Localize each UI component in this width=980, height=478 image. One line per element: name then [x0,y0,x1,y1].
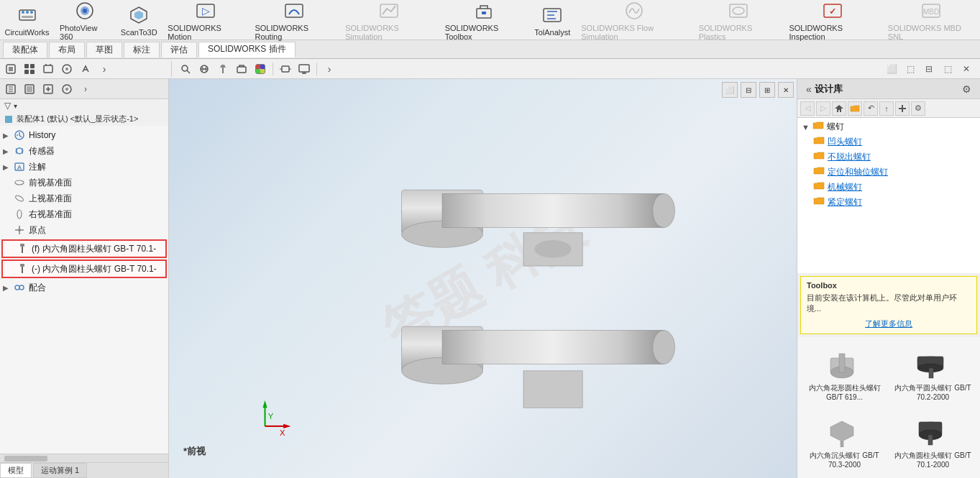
design-tree-fastening[interactable]: 紧定螺钉 [797,195,980,210]
svg-point-84 [19,285,24,290]
toolbar-sw-inspection[interactable]: ✓ SOLIDWORKS Inspection [789,0,876,41]
collapse-icon[interactable]: « [803,83,815,95]
nav-refresh[interactable]: ↶ [864,101,878,116]
design-tree-retaining[interactable]: 不脱出螺钉 [797,150,980,165]
tree-item-mating[interactable]: ▶ 配合 [0,280,168,295]
rp-settings-icon[interactable]: ⚙ [958,81,974,97]
tab-plugins-label: SOLIDWORKS 插件 [208,43,286,55]
nav-add[interactable] [895,101,910,116]
tree-item-top-plane[interactable]: 上视基准面 [0,190,168,206]
design-tree-mechanical-label: 机械螺钉 [828,181,862,193]
toolbar-tolanalyst[interactable]: TolAnalyst [535,4,569,37]
nav-forward[interactable]: ▷ [816,101,830,116]
tool-view2[interactable] [234,61,249,77]
nav-home[interactable] [832,101,846,116]
tree-item-bolt1[interactable]: (f) 内六角圆柱头螺钉 GB-T 70.1- [1,239,167,258]
svg-marker-44 [220,65,226,68]
toolbar-scanto3d[interactable]: ScanTo3D [122,4,156,37]
tool-color[interactable] [252,61,268,77]
tree-item-front-plane[interactable]: 前视基准面 [0,175,168,190]
canvas-ctrl-1[interactable]: ⬜ [722,82,738,98]
canvas-ctrl-3[interactable]: ⊞ [759,82,775,98]
nav-up[interactable]: ↑ [879,101,894,116]
tool-more-right[interactable]: › [321,61,337,77]
toolbox-message: 目前安装在该计算机上。尽管此对单用户环境... [807,293,971,314]
tool-monitor[interactable] [296,61,312,77]
tree-item-right-plane[interactable]: 右视基准面 [0,206,168,222]
canvas-ctrl-close[interactable]: ✕ [778,82,794,98]
tab-markup[interactable]: 标注 [124,42,160,58]
toolbar-sw-mbd[interactable]: MBD SOLIDWORKS MBD SNL [888,0,974,41]
tree-item-sensor[interactable]: ▶ 传感器 [0,143,168,159]
scroll-bar-horizontal[interactable] [0,454,168,462]
toolbox-learn-more[interactable]: 了解更多信息 [865,319,912,328]
tab-plugins[interactable]: SOLIDWORKS 插件 [198,42,296,58]
design-tree-root[interactable]: ▼ 螺钉 [797,119,980,134]
lp-icon-3[interactable] [40,81,56,97]
svg-rect-62 [27,86,32,92]
part-hex-cylinder[interactable]: 内六角圆柱头螺钉 GB/T 70.1-2000 [892,410,974,472]
tree-item-history[interactable]: ▶ History [0,127,168,143]
nav-back[interactable]: ◁ [800,101,815,116]
toolbar-sw-flow[interactable]: SOLIDWORKS Flow Simulation [581,0,687,41]
tree-item-annotation[interactable]: ▶ A 注解 [0,159,168,175]
tab-layout[interactable]: 布局 [49,42,85,58]
tab-evaluate[interactable]: 评估 [161,42,197,58]
part-hex-countersunk[interactable]: 内六角沉头螺钉 GB/T 70.3-2000 [803,410,886,472]
design-tree-positioning[interactable]: 定位和轴位螺钉 [797,165,980,180]
tool-left-4[interactable] [59,61,75,77]
tab-bar: 装配体 布局 草图 标注 评估 SOLIDWORKS 插件 [0,40,980,59]
tree-item-bolt2[interactable]: (-) 内六角圆柱头螺钉 GB-T 70.1- [1,259,167,278]
tool-left-1[interactable] [3,61,19,77]
svg-rect-68 [5,116,12,123]
tool-grid4[interactable]: ⬚ [940,61,956,77]
lp-icon-1[interactable] [3,81,19,97]
tool-grid3[interactable]: ⊟ [921,61,937,77]
tab-assemble[interactable]: 装配体 [3,42,47,58]
toolbar-sw-simulation[interactable]: SOLIDWORKS Simulation [345,0,434,41]
svg-text:X: X [280,428,285,437]
tool-left-3[interactable] [40,61,56,77]
toolbar-sw-routing[interactable]: SOLIDWORKS Routing [255,0,334,41]
lp-icon-2[interactable] [22,81,37,97]
filter-icon[interactable]: ▽ [4,101,11,111]
part-hex-flower-image [823,346,866,382]
toolbar-sw-toolbox[interactable]: SOLIDWORKS Toolbox [445,0,524,41]
toolbar-circuit-works[interactable]: CircuitWorks [6,4,48,37]
tool-grid1[interactable]: ⬜ [884,61,899,77]
tool-pin[interactable] [215,61,231,77]
assembly-label: 装配体1 (默认) <默认_显示状态-1> [0,112,168,126]
filter-sub-icon[interactable]: ▾ [14,102,17,110]
tree-item-origin[interactable]: 原点 [0,222,168,238]
tool-search[interactable] [178,61,193,77]
tab-sketch[interactable]: 草图 [86,42,122,58]
tool-grid2[interactable]: ⬚ [902,61,918,77]
scroll-thumb[interactable] [4,456,47,461]
canvas-ctrl-2[interactable]: ⊟ [741,82,756,98]
tool-view[interactable] [196,61,212,77]
tool-left-5[interactable] [78,61,93,77]
design-tree-mechanical[interactable]: 机械螺钉 [797,180,980,195]
toolbar-circuit-works-label: CircuitWorks [4,28,49,37]
toolbar-photoview[interactable]: PhotoView 360 [60,0,110,41]
part-hex-flower[interactable]: 内六角花形圆柱头螺钉 GB/T 619... [803,343,886,405]
tool-more[interactable]: › [96,61,112,77]
nav-settings[interactable]: ⚙ [911,101,925,116]
design-tree-fastening-label: 紧定螺钉 [828,196,862,208]
lp-icon-4[interactable] [59,81,75,97]
part-hex-round[interactable]: 内六角平圆头螺钉 GB/T 70.2-2000 [892,343,974,405]
tab-assemble-label: 装配体 [12,44,38,56]
tool-close-canvas[interactable]: ✕ [958,61,974,77]
bottom-tab-model[interactable]: 模型 [0,463,32,478]
tree-front-plane-label: 前视基准面 [29,177,72,189]
svg-rect-29 [24,64,29,68]
tool-dim[interactable] [278,61,293,77]
nav-folder[interactable] [848,101,862,116]
toolbar-sw-motion[interactable]: ▷ SOLIDWORKS Motion [168,0,243,41]
tab-evaluate-label: 评估 [170,44,188,56]
toolbar-sw-plastics[interactable]: SOLIDWORKS Plastics [699,0,778,41]
design-tree-countersunk[interactable]: 凹头螺钉 [797,134,980,150]
lp-more[interactable]: › [78,81,93,97]
tool-left-2[interactable] [22,61,37,77]
bottom-tab-motion[interactable]: 运动算例 1 [33,463,87,478]
